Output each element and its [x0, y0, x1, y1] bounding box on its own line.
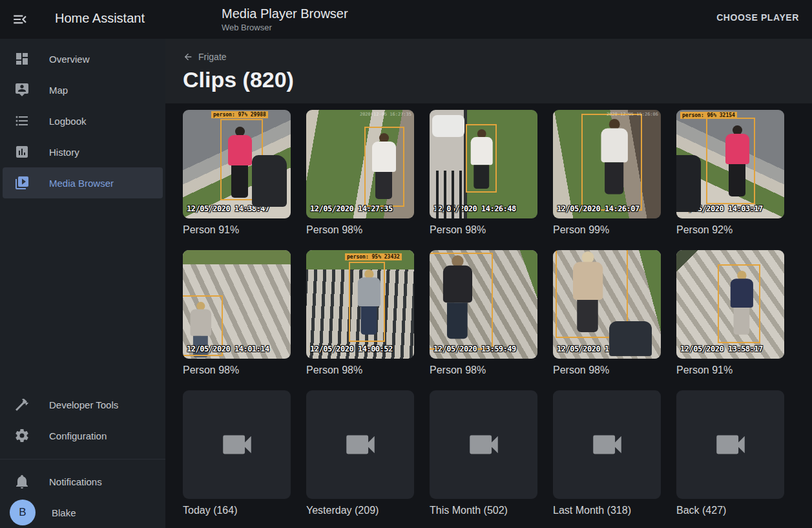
clip-photo: 2020-12-05 15:26:06 12/05/2020 14:26:07	[553, 110, 661, 218]
folder-back[interactable]	[676, 390, 784, 499]
clip-photo: 12/05/2020 13:58:17	[676, 250, 784, 359]
clip-thumbnail[interactable]: 12/05/2020 14:26:48	[430, 110, 537, 218]
video-icon	[218, 426, 256, 463]
sidebar-item-label: Configuration	[49, 430, 107, 441]
clip-label: Person 98%	[183, 364, 291, 376]
page-title: Media Player Browser	[222, 6, 348, 21]
detection-bbox	[364, 127, 404, 207]
folder-label: Back (427)	[676, 505, 784, 516]
clip-thumbnail[interactable]: person: 97% 29988 12/05/2020 14:38:47	[183, 110, 291, 218]
app-title: Home Assistant	[55, 11, 145, 26]
arrow-left-icon	[183, 52, 193, 62]
folder-label: Last Month (318)	[553, 505, 661, 516]
folder-this-month[interactable]	[430, 390, 537, 499]
folder-cell: Back (427)	[676, 390, 784, 516]
clip-label: Person 98%	[553, 364, 661, 376]
clip-timestamp: 12/05/2020 14:38:47	[187, 204, 269, 213]
clip-label: Person 91%	[676, 364, 784, 376]
clip-timestamp: 12/05/2020 13:58:17	[680, 344, 763, 354]
sidebar-item-notifications[interactable]: Notifications	[3, 466, 163, 497]
clip-cell: 12/05/2020 13:58:30 Person 98%	[553, 250, 661, 376]
hammer-icon	[14, 397, 30, 412]
clip-photo: 12/05/2020 14:26:48	[430, 110, 537, 218]
clip-cell: 12/05/2020 14:26:48 Person 98%	[430, 110, 537, 236]
clip-timestamp: 12/05/2020 14:01:14	[187, 344, 269, 354]
sidebar-item-user[interactable]: B Blake	[3, 497, 163, 528]
clip-thumbnail[interactable]: person: 96% 32154 12/05/2020 14:03:17	[676, 110, 784, 218]
main-content: Frigate Clips (820) person: 97% 29988 12…	[165, 39, 812, 528]
clip-label: Person 98%	[430, 224, 537, 236]
play-box-multiple-icon	[14, 175, 30, 191]
camera-timestamp: 2020-12-05 16:27:35	[360, 112, 411, 117]
folder-last-month[interactable]	[553, 390, 661, 499]
video-icon	[465, 426, 503, 463]
clip-timestamp: 12/05/2020 14:27:35	[310, 204, 393, 213]
clip-cell: person: 96% 32154 12/05/2020 14:03:17 Pe…	[676, 110, 784, 236]
video-icon	[588, 426, 626, 463]
clip-label: Person 98%	[306, 364, 414, 376]
sidebar-item-label: Map	[49, 85, 68, 96]
sidebar-item-configuration[interactable]: Configuration	[3, 420, 163, 451]
clip-thumbnail[interactable]: 12/05/2020 13:58:30	[553, 250, 661, 359]
folder-cell: Yesterday (209)	[306, 390, 414, 516]
detection-bbox	[349, 262, 385, 342]
sidebar-item-label: Overview	[49, 54, 90, 65]
breadcrumb-label: Frigate	[198, 52, 227, 62]
clip-photo: 12/05/2020 14:01:14	[183, 250, 291, 359]
avatar: B	[10, 500, 36, 525]
clip-cell: person: 97% 29988 12/05/2020 14:38:47 Pe…	[183, 110, 291, 236]
tooltip-account-icon	[14, 82, 30, 98]
clip-thumbnail[interactable]: 12/05/2020 13:59:49	[430, 250, 537, 359]
folder-cell: Last Month (318)	[553, 390, 661, 516]
sidebar-item-media-browser[interactable]: Media Browser	[3, 167, 163, 198]
page-title: Clips (820)	[183, 67, 795, 92]
menu-open-icon[interactable]	[12, 11, 28, 28]
sidebar-item-map[interactable]: Map	[3, 74, 163, 105]
clip-thumbnail[interactable]: 12/05/2020 13:58:17	[676, 250, 784, 359]
sidebar-nav: Overview Map Logbook History Media Brows…	[0, 39, 165, 198]
clip-cell: 12/05/2020 13:58:17 Person 91%	[676, 250, 784, 376]
video-icon	[342, 426, 379, 463]
clip-label: Person 91%	[183, 224, 291, 236]
clip-label: Person 99%	[553, 224, 661, 236]
format-list-bulleted-icon	[14, 113, 30, 129]
sidebar-item-logbook[interactable]: Logbook	[3, 105, 163, 136]
folder-cell: This Month (502)	[430, 390, 537, 516]
folder-today[interactable]	[183, 390, 291, 499]
page-header: Media Player Browser Web Browser	[222, 6, 348, 32]
clip-photo: 2020-12-05 16:27:35 12/05/2020 14:27:35	[306, 110, 414, 218]
detection-tag: person: 95% 23432	[345, 253, 402, 260]
choose-player-button[interactable]: CHOOSE PLAYER	[716, 12, 799, 23]
page-subtitle: Web Browser	[222, 23, 348, 32]
breadcrumb[interactable]: Frigate	[183, 52, 227, 62]
sidebar-item-overview[interactable]: Overview	[3, 43, 163, 74]
clip-label: Person 92%	[676, 224, 784, 236]
clip-timestamp: 12/05/2020 14:26:48	[433, 204, 516, 213]
clip-label: Person 98%	[306, 224, 414, 236]
clips-grid: person: 97% 29988 12/05/2020 14:38:47 Pe…	[165, 103, 812, 516]
app-bar: Home Assistant Media Player Browser Web …	[0, 0, 812, 39]
sidebar-item-developer-tools[interactable]: Developer Tools	[3, 389, 163, 420]
clip-cell: 2020-12-05 16:27:35 12/05/2020 14:27:35 …	[306, 110, 414, 236]
clip-timestamp: 12/05/2020 14:03:17	[680, 204, 763, 213]
clip-timestamp: 12/05/2020 13:58:30	[557, 344, 640, 354]
folder-label: This Month (502)	[430, 505, 537, 516]
camera-timestamp: 2020-12-05 15:26:06	[607, 112, 658, 117]
detection-bbox	[581, 114, 642, 211]
clip-photo: person: 97% 29988 12/05/2020 14:38:47	[183, 110, 291, 218]
chart-box-icon	[14, 144, 30, 160]
clip-thumbnail[interactable]: 2020-12-05 16:27:35 12/05/2020 14:27:35	[306, 110, 414, 218]
clip-timestamp: 12/05/2020 14:26:07	[557, 204, 640, 213]
folder-yesterday[interactable]	[306, 390, 414, 499]
detection-tag: person: 96% 32154	[680, 112, 737, 119]
video-icon	[712, 426, 749, 463]
detection-bbox	[220, 119, 263, 200]
clip-thumbnail[interactable]: 2020-12-05 15:26:06 12/05/2020 14:26:07	[553, 110, 661, 218]
clip-cell: 2020-12-05 15:26:06 12/05/2020 14:26:07 …	[553, 110, 661, 236]
sidebar-bottom: Developer Tools Configuration Notificati…	[0, 389, 165, 528]
detection-bbox	[706, 118, 755, 204]
user-name: Blake	[52, 507, 76, 518]
sidebar-item-history[interactable]: History	[3, 136, 163, 167]
clip-thumbnail[interactable]: person: 95% 23432 12/05/2020 14:00:52	[306, 250, 414, 359]
clip-thumbnail[interactable]: 12/05/2020 14:01:14	[183, 250, 291, 359]
